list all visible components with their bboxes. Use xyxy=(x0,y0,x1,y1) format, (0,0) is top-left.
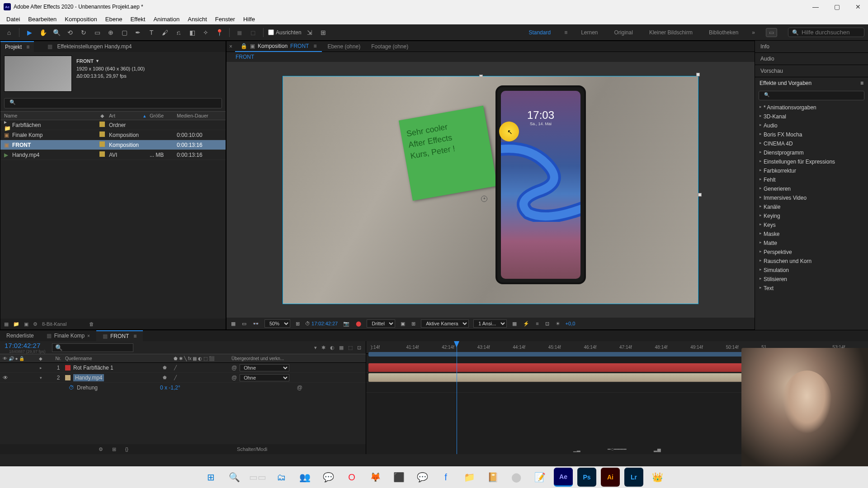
new-folder-icon[interactable]: 📁 xyxy=(13,321,19,327)
playhead[interactable] xyxy=(457,341,457,454)
type-tool-icon[interactable]: T xyxy=(146,27,157,38)
snapshot-icon[interactable]: 📷 xyxy=(342,320,350,328)
timeline-layer-2[interactable]: 👁 ▾ 2 Handy.mp4 ⬟╱ @Ohne xyxy=(0,373,366,383)
render-icon[interactable]: ⊡ xyxy=(357,345,361,351)
minimize-button[interactable]: — xyxy=(809,2,822,11)
menu-komposition[interactable]: Komposition xyxy=(61,15,101,23)
project-tab[interactable]: Projekt≡ xyxy=(0,41,34,52)
taskbar-app1-icon[interactable]: ⬛ xyxy=(389,468,408,487)
snap-checkbox[interactable]: Ausrichten xyxy=(268,29,302,36)
audio-panel-header[interactable]: Audio xyxy=(755,53,868,65)
taskbar-windows-icon[interactable]: ⊞ xyxy=(201,468,220,487)
effects-category[interactable]: Dienstprogramm xyxy=(757,148,866,157)
taskbar-app3-icon[interactable]: 👑 xyxy=(648,468,667,487)
puppet-tool-icon[interactable]: 📍 xyxy=(214,27,225,38)
resolution-dropdown[interactable]: Drittel xyxy=(367,319,395,328)
zoom-dropdown[interactable]: 50% xyxy=(264,319,290,328)
timeline-tab-finale[interactable]: ▦Finale Komp× xyxy=(40,331,96,341)
draft3d-icon[interactable]: ⬚ xyxy=(348,345,353,351)
stroke-icon[interactable]: ◻ xyxy=(248,27,259,38)
project-item-finale-komp[interactable]: ▣Finale Komp Komposition 0:00:10:00 xyxy=(0,130,226,140)
layer-viewer-tab[interactable]: Ebene (ohne) xyxy=(322,42,366,52)
pen-tool-icon[interactable]: ✒ xyxy=(132,27,143,38)
selection-handle[interactable] xyxy=(698,193,702,197)
taskbar-taskview-icon[interactable]: ▭▭ xyxy=(248,468,267,487)
shy-icon[interactable]: ▾ xyxy=(314,345,317,351)
selection-tool-icon[interactable]: ▶ xyxy=(24,27,35,38)
menu-datei[interactable]: Datei xyxy=(3,15,24,23)
interpret-footage-icon[interactable]: ▦ xyxy=(4,321,9,327)
orbit-tool-icon[interactable]: ⟲ xyxy=(65,27,75,38)
effects-category[interactable]: Keying xyxy=(757,211,866,221)
timeline-icon[interactable]: ≡ xyxy=(535,320,539,327)
stopwatch-icon[interactable]: ⏱ xyxy=(69,385,74,391)
effects-category[interactable]: 3D-Kanal xyxy=(757,112,866,121)
effects-category[interactable]: Immersives Video xyxy=(757,193,866,202)
camera-dropdown[interactable]: Aktive Kamera xyxy=(421,319,469,328)
pickwhip-icon[interactable]: @ xyxy=(231,375,237,381)
graph-editor-icon[interactable]: ▦ xyxy=(339,345,344,351)
pixel-aspect-icon[interactable]: ▦ xyxy=(511,320,518,328)
footage-viewer-tab[interactable]: Footage (ohne) xyxy=(366,42,414,52)
fast-preview-icon[interactable]: ⚡ xyxy=(522,320,530,328)
flowchart-icon[interactable]: ⊡ xyxy=(544,320,550,328)
taskbar-app2-icon[interactable]: 📔 xyxy=(483,468,502,487)
toggle-modes-icon[interactable]: ⊞ xyxy=(112,446,116,452)
effects-category[interactable]: CINEMA 4D xyxy=(757,139,866,148)
effects-category[interactable]: Perspektive xyxy=(757,248,866,257)
taskbar-photoshop-icon[interactable]: Ps xyxy=(577,468,596,487)
preview-panel-header[interactable]: Vorschau xyxy=(755,65,868,77)
motion-blur-icon[interactable]: ◐ xyxy=(330,345,335,351)
workspace-overflow-icon[interactable]: » xyxy=(752,29,755,36)
menu-ansicht[interactable]: Ansicht xyxy=(184,15,211,23)
views-dropdown[interactable]: 1 Ansi... xyxy=(473,319,507,328)
taskbar-obs-icon[interactable]: ⬤ xyxy=(507,468,526,487)
toggle-transparency-icon[interactable]: ▭ xyxy=(241,320,247,328)
close-button[interactable]: ✕ xyxy=(852,2,864,11)
panel-mode-icon[interactable]: ▭ xyxy=(766,28,777,37)
taskbar-messenger-icon[interactable]: 💬 xyxy=(413,468,432,487)
resolution-icon[interactable]: ⊞ xyxy=(295,320,301,328)
shape-tool-icon[interactable]: ▢ xyxy=(119,27,130,38)
timeline-layer-1[interactable]: ▸ 1 Rot Farbfläche 1 ⬟╱ @Ohne xyxy=(0,363,366,373)
zoom-slider[interactable]: ━○━━━━ xyxy=(608,446,627,452)
effect-controls-tab[interactable]: ▦Effekteinstellungen Handy.mp4 xyxy=(43,42,136,52)
timeline-search-input[interactable] xyxy=(52,343,133,352)
taskbar-firefox-icon[interactable]: 🦊 xyxy=(366,468,385,487)
delete-icon[interactable]: 🗑 xyxy=(89,321,94,327)
effects-category[interactable]: Stilisieren xyxy=(757,275,866,284)
parent-dropdown[interactable]: Ohne xyxy=(240,374,289,381)
effects-category[interactable]: Rauschen und Korn xyxy=(757,257,866,266)
menu-bearbeiten[interactable]: Bearbeiten xyxy=(24,15,60,23)
taskbar-facebook-icon[interactable]: f xyxy=(436,468,455,487)
eraser-tool-icon[interactable]: ◧ xyxy=(187,27,198,38)
grid-icon[interactable]: ⊞ xyxy=(410,320,416,328)
taskbar-whatsapp-icon[interactable]: 💬 xyxy=(319,468,338,487)
zoom-in-icon[interactable]: ▂▅ xyxy=(654,447,661,452)
project-item-front[interactable]: ▣FRONT Komposition 0:00:13:16 xyxy=(0,140,226,150)
comp-breadcrumb[interactable]: FRONT xyxy=(226,52,755,62)
zoom-out-icon[interactable]: ▁▂ xyxy=(573,447,580,452)
project-item-farbflachen[interactable]: ▸ 📁Farbflächen Ordner xyxy=(0,120,226,130)
taskbar-teams-icon[interactable]: 👥 xyxy=(295,468,314,487)
effects-category[interactable]: Kanäle xyxy=(757,202,866,211)
fill-icon[interactable]: ◼ xyxy=(234,27,245,38)
timeline-tab-front[interactable]: ▦FRONT≡ xyxy=(96,330,143,341)
eye-icon[interactable]: 👁 xyxy=(3,375,9,381)
comp-close-icon[interactable]: × xyxy=(226,43,235,50)
layer-label-icon[interactable] xyxy=(65,375,71,380)
effects-search-input[interactable] xyxy=(759,91,864,100)
comp-tab-menu-icon[interactable]: ≡ xyxy=(313,43,316,49)
effects-category[interactable]: Simulation xyxy=(757,266,866,275)
effects-category[interactable]: Fehlt xyxy=(757,175,866,184)
new-comp-icon[interactable]: ▣ xyxy=(24,321,28,327)
effects-category[interactable]: Generieren xyxy=(757,184,866,193)
maximize-button[interactable]: ▢ xyxy=(830,2,844,11)
layer-label-icon[interactable] xyxy=(65,365,71,371)
workspace-standard[interactable]: Standard xyxy=(526,28,553,38)
taskbar-opera-icon[interactable]: O xyxy=(342,468,361,487)
taskbar-explorer-icon[interactable]: 🗂 xyxy=(272,468,291,487)
workspace-bibliotheken[interactable]: Bibliotheken xyxy=(706,28,741,38)
switches-modes-toggle[interactable]: Schalter/Modi xyxy=(237,446,267,452)
effects-category[interactable]: Farbkorrektur xyxy=(757,166,866,175)
